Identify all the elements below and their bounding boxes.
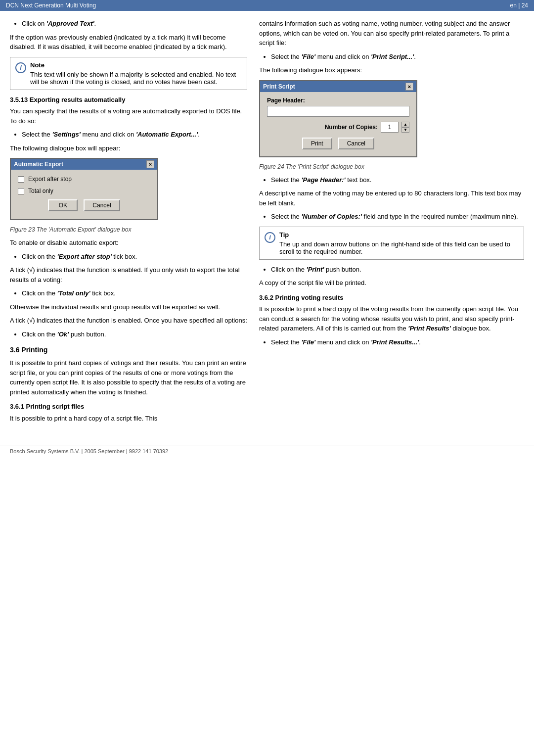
- right-bullet-file2: Select the 'File' menu and click on 'Pri…: [271, 337, 524, 347]
- bullet-settings: Select the 'Settings' menu and click on …: [22, 130, 247, 140]
- bullet-approved-text: Click on 'Approved Text'.: [22, 19, 247, 29]
- copies-field[interactable]: 1: [381, 122, 399, 133]
- spinner-up-button[interactable]: ▲: [401, 122, 409, 127]
- dialog1-ok-button[interactable]: OK: [48, 199, 78, 211]
- section-361-num: 3.6.1: [10, 403, 24, 410]
- enable-para: To enable or disable automatic export:: [10, 238, 247, 248]
- dialog1-buttons: OK Cancel: [18, 199, 150, 213]
- export-after-stop-label: Export after stop: [28, 176, 72, 183]
- dialog1-row2: Total only: [18, 188, 150, 194]
- right-bullet-copies: Select the 'Number of Copies:' field and…: [271, 212, 524, 222]
- copies-label: Number of Copies:: [325, 124, 378, 131]
- dialog2-buttons: Print Cancel: [267, 138, 409, 151]
- right-bullet-file2-item: Select the 'File' menu and click on 'Pri…: [271, 337, 524, 347]
- copies-row: Number of Copies: 1 ▲ ▼: [267, 122, 409, 133]
- tip-box: i Tip The up and down arrow buttons on t…: [259, 227, 524, 260]
- total-only-label: Total only: [28, 188, 53, 194]
- right-bullet-page-header: Select the 'Page Header:' text box.: [271, 175, 524, 185]
- section-3513-title: Exporting results automatically: [30, 96, 126, 103]
- export-after-stop-checkbox[interactable]: [18, 176, 24, 183]
- footer: Bosch Security Systems B.V. | 2005 Septe…: [0, 445, 534, 457]
- dialog-appear-text: The following dialogue box will appear:: [10, 143, 247, 153]
- section-3513-heading: 3.5.13 Exporting results automatically: [10, 95, 247, 105]
- tip-label: Tip: [279, 231, 519, 238]
- header-right: en | 24: [510, 2, 528, 9]
- tip-text: The up and down arrow buttons on the rig…: [279, 240, 510, 255]
- dialog1-title-bar: Automatic Export ×: [11, 159, 157, 170]
- header-left: DCN Next Generation Multi Voting: [6, 2, 96, 9]
- right-bullet-page-header-item: Select the 'Page Header:' text box.: [271, 175, 524, 185]
- section-3513-para: You can specify that the results of a vo…: [10, 106, 247, 126]
- tip-content: Tip The up and down arrow buttons on the…: [279, 231, 519, 255]
- dialog1-title-text: Automatic Export: [14, 161, 63, 168]
- note-label: Note: [30, 61, 242, 69]
- tick-para3: A tick (√) indicates that the function i…: [10, 316, 247, 326]
- note-text: This text will only be shown if a majori…: [30, 71, 236, 86]
- dialog2-title-text: Print Script: [263, 83, 295, 90]
- print-script-dialog: Print Script × Page Header: Number of Co…: [259, 80, 417, 157]
- page-header-label: Page Header:: [267, 97, 409, 104]
- left-column: Click on 'Approved Text'. If the option …: [10, 19, 247, 427]
- bullet-export-item: Click on the 'Export after stop' tick bo…: [22, 252, 247, 262]
- dialog1-cancel-button[interactable]: Cancel: [84, 199, 120, 211]
- note-content: Note This text will only be shown if a m…: [30, 61, 242, 86]
- section-36-para: It is possible to print hard copies of v…: [10, 358, 247, 397]
- bullet-export-after-stop: Click on the 'Export after stop' tick bo…: [22, 252, 247, 262]
- dialog1-close-button[interactable]: ×: [146, 160, 154, 168]
- spinner-down-button[interactable]: ▼: [401, 127, 409, 133]
- right-bullet-file: Select the 'File' menu and click on 'Pri…: [271, 52, 524, 62]
- para-tick-mark: If the option was previously enabled (in…: [10, 33, 247, 52]
- dialog1-body: Export after stop Total only OK Cancel: [11, 170, 157, 219]
- copies-spinner: ▲ ▼: [401, 122, 409, 133]
- section-362-para: It is possible to print a hard copy of t…: [259, 304, 524, 333]
- section-362-heading: 3.6.2 Printing voting results: [259, 293, 524, 303]
- section-361-para: It is possible to print a hard copy of a…: [10, 414, 247, 424]
- section-36-title: Printing: [21, 346, 47, 354]
- dialog2-body: Page Header: Number of Copies: 1 ▲ ▼ Pri…: [260, 92, 416, 156]
- section-362-num: 3.6.2: [259, 294, 273, 301]
- note-box: i Note This text will only be shown if a…: [10, 57, 247, 90]
- right-dialog-appear: The following dialogue box appears:: [259, 65, 524, 75]
- print-button[interactable]: Print: [302, 138, 332, 149]
- right-para1: contains information such as voting name…: [259, 19, 524, 48]
- page-header-input[interactable]: [267, 106, 409, 117]
- automatic-export-dialog: Automatic Export × Export after stop Tot…: [10, 158, 158, 220]
- bullet-settings-item: Select the 'Settings' menu and click on …: [22, 130, 247, 140]
- section-361-heading: 3.6.1 Printing script files: [10, 402, 247, 412]
- right-bullet-print-item: Click on the 'Print' push button.: [271, 265, 524, 275]
- bullet-ok-item: Click on the 'Ok' push button.: [22, 330, 247, 339]
- info-icon: i: [15, 62, 26, 73]
- bullet-list-approved: Click on 'Approved Text'.: [22, 19, 247, 29]
- header-bar: DCN Next Generation Multi Voting en | 24: [0, 0, 534, 11]
- main-content: Click on 'Approved Text'. If the option …: [0, 11, 534, 435]
- figure23-caption: Figure 23 The 'Automatic Export' dialogu…: [10, 225, 247, 234]
- footer-text: Bosch Security Systems B.V. | 2005 Septe…: [10, 448, 168, 454]
- right-bullet-print: Click on the 'Print' push button.: [271, 265, 524, 275]
- section-36-heading: 3.6 Printing: [10, 345, 247, 355]
- tick-para2: Otherwise the individual results and gro…: [10, 302, 247, 312]
- right-column: contains information such as voting name…: [259, 19, 524, 427]
- section-36-num: 3.6: [10, 346, 19, 354]
- bullet-ok: Click on the 'Ok' push button.: [22, 330, 247, 339]
- right-bullet-file-item: Select the 'File' menu and click on 'Pri…: [271, 52, 524, 62]
- section-362-title: Printing voting results: [275, 294, 344, 301]
- right-para3: A copy of the script file will be printe…: [259, 278, 524, 288]
- right-para2: A descriptive name of the voting may be …: [259, 189, 524, 208]
- section-361-title: Printing script files: [26, 403, 85, 410]
- section-3513-num: 3.5.13: [10, 96, 28, 103]
- dialog2-cancel-button[interactable]: Cancel: [338, 138, 374, 149]
- tick-para1: A tick (√) indicates that the function i…: [10, 265, 247, 284]
- tip-icon: i: [265, 232, 275, 243]
- figure24-caption: Figure 24 The 'Print Script' dialogue bo…: [259, 162, 524, 171]
- dialog2-close-button[interactable]: ×: [405, 83, 413, 91]
- dialog1-row1: Export after stop: [18, 176, 150, 183]
- bullet-total-only: Click on the 'Total only' tick box.: [22, 288, 247, 298]
- bullet-total-only-item: Click on the 'Total only' tick box.: [22, 288, 247, 298]
- dialog2-title-bar: Print Script ×: [260, 81, 416, 92]
- right-bullet-copies-item: Select the 'Number of Copies:' field and…: [271, 212, 524, 222]
- total-only-checkbox[interactable]: [18, 188, 24, 194]
